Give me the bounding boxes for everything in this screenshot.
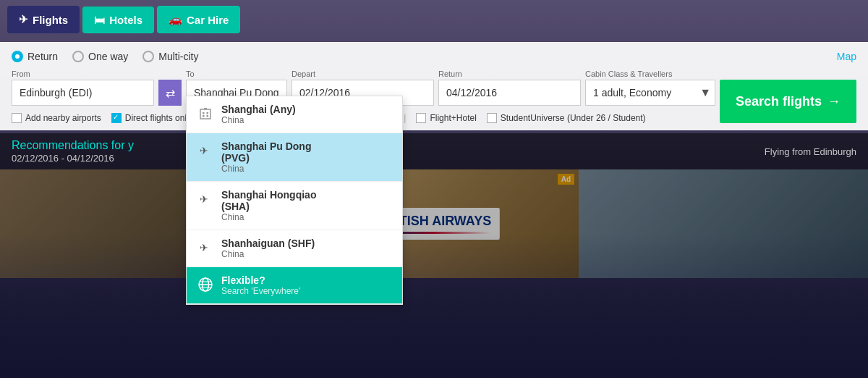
- svg-rect-4: [207, 115, 209, 117]
- radio-oneway-dot: [72, 51, 84, 62]
- direct-flights-option[interactable]: Direct flights only: [111, 113, 191, 123]
- flight-hotel-label: Flight+Hotel: [430, 113, 476, 123]
- add-nearby-airports-option[interactable]: Add nearby airports: [12, 113, 101, 123]
- inputs-row: From ⇄ To: [12, 70, 715, 106]
- dropdown-flexible-name: Flexible?: [221, 274, 392, 286]
- student-universe-checkbox[interactable]: [487, 113, 497, 123]
- add-nearby-airports-checkbox[interactable]: [12, 113, 22, 123]
- dropdown-pvg-name: Shanghai Pu Dong(PVG): [221, 140, 392, 164]
- cabin-group: Cabin Class & Travellers ▼: [585, 70, 715, 106]
- dropdown-shf-name: Shanhaiguan (SHF): [221, 238, 392, 249]
- svg-text:✈: ✈: [200, 193, 208, 205]
- building-icon: [197, 105, 214, 122]
- depart-label: Depart: [292, 70, 434, 78]
- direct-flights-label: Direct flights only: [125, 113, 191, 123]
- dropdown-item-flexible[interactable]: Flexible? Search 'Everywhere': [187, 267, 402, 304]
- svg-rect-0: [200, 109, 210, 119]
- svg-rect-3: [203, 115, 205, 117]
- dropdown-sha-country: China: [221, 212, 392, 222]
- hotels-icon: 🛏: [94, 14, 105, 26]
- dropdown-item-shanghai-any[interactable]: Shanghai (Any) China: [187, 96, 402, 133]
- radio-return[interactable]: Return: [12, 51, 58, 62]
- swap-button[interactable]: ⇄: [158, 80, 182, 106]
- radio-oneway-label: One way: [88, 51, 128, 62]
- flight-hotel-option[interactable]: Flight+Hotel: [416, 113, 476, 123]
- tab-flights-label: Flights: [33, 14, 68, 26]
- return-input[interactable]: [438, 80, 581, 106]
- svg-rect-2: [207, 112, 209, 114]
- dropdown-flexible-text: Flexible? Search 'Everywhere': [221, 274, 392, 296]
- dropdown-shf-country: China: [221, 249, 392, 259]
- flying-from-label: Flying from Edinburgh: [765, 146, 856, 157]
- cabin-select-wrapper: ▼: [585, 80, 715, 106]
- svg-rect-1: [203, 112, 205, 114]
- from-group: From: [12, 70, 154, 106]
- student-universe-label: StudentUniverse (Under 26 / Student): [501, 113, 646, 123]
- dropdown-pvg-country: China: [221, 164, 392, 174]
- dropdown-shanghai-any-text: Shanghai (Any) China: [221, 104, 392, 125]
- tab-carhire[interactable]: 🚗 Car Hire: [157, 6, 240, 33]
- radio-multicity[interactable]: Multi-city: [142, 51, 198, 62]
- return-label: Return: [438, 70, 581, 78]
- search-flights-label: Search flights: [736, 94, 822, 109]
- return-group: Return: [438, 70, 581, 106]
- svg-text:✈: ✈: [200, 145, 208, 156]
- cabin-label: Cabin Class & Travellers: [585, 70, 715, 78]
- tab-flights[interactable]: ✈ Flights: [7, 6, 80, 33]
- left-fields: From ⇄ To: [12, 70, 715, 123]
- to-group: To: [186, 70, 287, 106]
- options-separator-2: |: [404, 113, 406, 123]
- svg-text:✈: ✈: [200, 242, 208, 253]
- dropdown-sha-name: Shanghai Hongqiao(SHA): [221, 189, 392, 212]
- radio-multicity-label: Multi-city: [158, 51, 198, 62]
- globe-icon: [197, 276, 214, 293]
- plane-sha-icon: ✈: [197, 190, 214, 208]
- map-link[interactable]: Map: [837, 51, 856, 62]
- search-arrow-icon: →: [827, 94, 841, 109]
- recommendations-bar: Recommendations for y 02/12/2016 - 04/12…: [0, 133, 868, 169]
- dropdown-flexible-sub: Search 'Everywhere': [221, 286, 392, 296]
- tab-hotels[interactable]: 🛏 Hotels: [82, 7, 154, 33]
- fields-row: From ⇄ To: [12, 70, 856, 123]
- dropdown-sha-text: Shanghai Hongqiao(SHA) China: [221, 189, 392, 222]
- dropdown-pvg-text: Shanghai Pu Dong(PVG) China: [221, 140, 392, 174]
- trip-type-row: Return One way Multi-city Map: [12, 51, 856, 62]
- recommendations-title: Recommendations for y: [12, 139, 134, 151]
- radio-multicity-dot: [142, 51, 154, 62]
- plane-shf-icon: ✈: [197, 239, 214, 256]
- radio-return-label: Return: [27, 51, 58, 62]
- dropdown-item-pvg[interactable]: ✈ Shanghai Pu Dong(PVG) China: [187, 133, 402, 182]
- from-label: From: [12, 70, 154, 78]
- dropdown-item-shf[interactable]: ✈ Shanhaiguan (SHF) China: [187, 230, 402, 267]
- radio-oneway[interactable]: One way: [72, 51, 128, 62]
- carhire-icon: 🚗: [169, 13, 182, 26]
- from-input[interactable]: [12, 80, 154, 106]
- cabin-input[interactable]: [585, 80, 715, 106]
- direct-flights-checkbox[interactable]: [111, 113, 122, 123]
- tab-carhire-label: Car Hire: [187, 14, 229, 26]
- flights-icon: ✈: [19, 13, 28, 26]
- dropdown-item-name: Shanghai (Any): [221, 104, 392, 115]
- top-nav: ✈ Flights 🛏 Hotels 🚗 Car Hire: [0, 0, 868, 39]
- dropdown-shf-text: Shanhaiguan (SHF) China: [221, 238, 392, 259]
- plane-pvg-icon: ✈: [197, 142, 214, 159]
- dropdown-item-country: China: [221, 115, 392, 125]
- search-panel: Return One way Multi-city Map From ⇄: [0, 42, 868, 130]
- svg-rect-5: [204, 108, 207, 109]
- autocomplete-dropdown: Shanghai (Any) China ✈: [186, 96, 403, 305]
- add-nearby-airports-label: Add nearby airports: [25, 113, 101, 123]
- to-label: To: [186, 70, 287, 78]
- dropdown-item-sha[interactable]: ✈ Shanghai Hongqiao(SHA) China: [187, 182, 402, 230]
- recommendations-dates: 02/12/2016 - 04/12/2016: [12, 153, 114, 164]
- flying-from: Flying from Edinburgh: [765, 146, 856, 157]
- recommendations-info: Recommendations for y 02/12/2016 - 04/12…: [12, 139, 134, 164]
- tab-hotels-label: Hotels: [109, 14, 142, 26]
- student-universe-option[interactable]: StudentUniverse (Under 26 / Student): [487, 113, 646, 123]
- radio-return-dot: [12, 51, 23, 62]
- search-flights-button[interactable]: Search flights →: [720, 80, 856, 123]
- flight-hotel-checkbox[interactable]: [416, 113, 426, 123]
